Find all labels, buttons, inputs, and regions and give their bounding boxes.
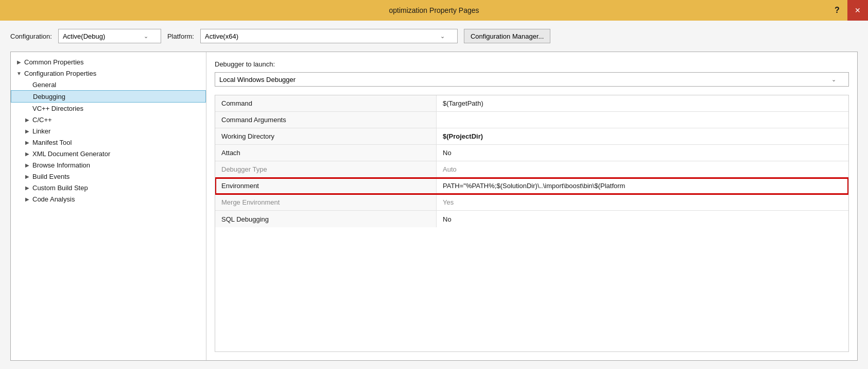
configuration-dropdown[interactable]: Active(Debug) ⌄	[58, 29, 161, 43]
tree-item-xml-document-generator[interactable]: XML Document Generator	[11, 148, 206, 159]
tree-item-configuration-properties[interactable]: Configuration Properties	[11, 68, 206, 79]
properties-table: Command$(TargetPath)Command ArgumentsWor…	[215, 95, 849, 352]
platform-value: Active(x64)	[205, 32, 238, 40]
prop-value-2: $(ProjectDir)	[437, 128, 848, 144]
prop-name-1: Command Arguments	[215, 112, 437, 128]
prop-name-5: Environment	[215, 178, 437, 194]
close-button[interactable]: ✕	[847, 0, 868, 21]
tree-item-general[interactable]: General	[11, 79, 206, 90]
tree-arrow-linker	[23, 127, 31, 135]
debugger-label: Debugger to launch:	[215, 60, 849, 68]
tree-arrow-build-events	[23, 172, 31, 180]
tree-label-debugging: Debugging	[33, 93, 65, 100]
prop-name-6: Merge Environment	[215, 194, 437, 210]
tree-item-manifest-tool[interactable]: Manifest Tool	[11, 137, 206, 148]
prop-row-7[interactable]: SQL DebuggingNo	[215, 211, 848, 227]
prop-row-0[interactable]: Command$(TargetPath)	[215, 95, 848, 112]
tree-item-build-events[interactable]: Build Events	[11, 171, 206, 182]
platform-label: Platform:	[167, 32, 194, 40]
property-panel: Debugger to launch: Local Windows Debugg…	[206, 52, 857, 360]
tree-label-browse-information: Browse Information	[32, 161, 90, 169]
prop-row-5[interactable]: EnvironmentPATH="%PATH%;$(SolutionDir)\.…	[215, 178, 848, 194]
content-area: Common PropertiesConfiguration Propertie…	[10, 52, 858, 361]
tree-arrow-manifest-tool	[23, 138, 31, 146]
tree-label-build-events: Build Events	[32, 173, 70, 180]
tree-arrow-general	[23, 80, 31, 89]
tree-label-linker: Linker	[32, 127, 50, 135]
prop-row-4[interactable]: Debugger TypeAuto	[215, 161, 848, 178]
tree-label-xml-document-generator: XML Document Generator	[32, 150, 110, 158]
tree-label-general: General	[32, 81, 56, 89]
tree-label-common-properties: Common Properties	[24, 58, 84, 66]
tree-item-vc-directories[interactable]: VC++ Directories	[11, 103, 206, 114]
prop-value-1	[437, 112, 848, 128]
tree-arrow-configuration-properties	[15, 69, 23, 77]
prop-value-7: No	[437, 211, 848, 227]
prop-value-0: $(TargetPath)	[437, 95, 848, 111]
tree-label-manifest-tool: Manifest Tool	[32, 139, 72, 146]
prop-name-0: Command	[215, 95, 437, 111]
tree-item-cpp[interactable]: C/C++	[11, 114, 206, 125]
prop-name-7: SQL Debugging	[215, 211, 437, 227]
tree-item-custom-build-step[interactable]: Custom Build Step	[11, 182, 206, 193]
tree-arrow-code-analysis	[23, 195, 31, 203]
help-button[interactable]: ?	[827, 0, 847, 21]
debugger-dropdown[interactable]: Local Windows Debugger ⌄	[215, 72, 849, 87]
tree-panel: Common PropertiesConfiguration Propertie…	[11, 52, 206, 360]
configuration-label: Configuration:	[10, 32, 52, 40]
tree-arrow-xml-document-generator	[23, 149, 31, 158]
prop-value-3: No	[437, 145, 848, 161]
configuration-dropdown-arrow: ⌄	[140, 33, 148, 40]
main-container: Configuration: Active(Debug) ⌄ Platform:…	[0, 21, 868, 369]
tree-label-cpp: C/C++	[32, 116, 52, 124]
debugger-dropdown-arrow: ⌄	[827, 76, 836, 83]
prop-row-2[interactable]: Working Directory$(ProjectDir)	[215, 128, 848, 145]
tree-item-debugging[interactable]: Debugging	[11, 90, 206, 103]
tree-arrow-cpp	[23, 115, 31, 124]
tree-item-browse-information[interactable]: Browse Information	[11, 159, 206, 171]
platform-dropdown[interactable]: Active(x64) ⌄	[200, 29, 458, 43]
tree-label-custom-build-step: Custom Build Step	[32, 184, 88, 192]
tree-arrow-browse-information	[23, 161, 31, 169]
tree-item-code-analysis[interactable]: Code Analysis	[11, 193, 206, 205]
prop-row-6[interactable]: Merge EnvironmentYes	[215, 194, 848, 211]
prop-value-4: Auto	[437, 161, 848, 177]
config-manager-button[interactable]: Configuration Manager...	[464, 29, 550, 43]
prop-row-3[interactable]: AttachNo	[215, 145, 848, 161]
prop-name-3: Attach	[215, 145, 437, 161]
prop-value-6: Yes	[437, 194, 848, 210]
tree-label-configuration-properties: Configuration Properties	[24, 70, 96, 77]
platform-dropdown-arrow: ⌄	[436, 33, 445, 40]
tree-arrow-vc-directories	[23, 104, 31, 112]
tree-label-vc-directories: VC++ Directories	[32, 105, 83, 112]
configuration-value: Active(Debug)	[63, 32, 105, 40]
tree-label-code-analysis: Code Analysis	[32, 195, 75, 203]
config-row: Configuration: Active(Debug) ⌄ Platform:…	[10, 29, 858, 43]
tree-item-linker[interactable]: Linker	[11, 125, 206, 137]
debugger-value: Local Windows Debugger	[219, 76, 296, 83]
title-bar-controls: ? ✕	[827, 0, 868, 21]
prop-value-5: PATH="%PATH%;$(SolutionDir)\..\import\bo…	[437, 178, 848, 194]
dialog-title: optimization Property Pages	[389, 6, 479, 14]
tree-arrow-debugging	[24, 92, 32, 100]
prop-name-2: Working Directory	[215, 128, 437, 144]
tree-arrow-common-properties	[15, 58, 23, 66]
tree-arrow-custom-build-step	[23, 183, 31, 192]
title-bar: optimization Property Pages ? ✕	[0, 0, 868, 21]
tree-item-common-properties[interactable]: Common Properties	[11, 56, 206, 68]
prop-row-1[interactable]: Command Arguments	[215, 112, 848, 128]
prop-name-4: Debugger Type	[215, 161, 437, 177]
